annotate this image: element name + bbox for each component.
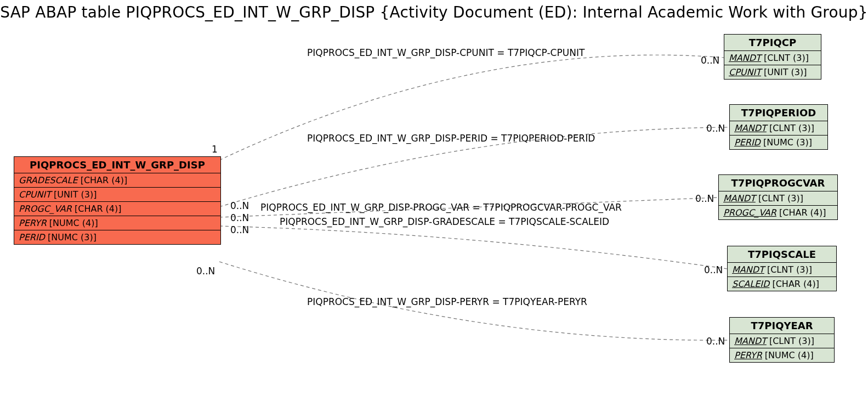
entity-source-field: PROGC_VAR [CHAR (4)]	[14, 202, 220, 216]
entity-field: SCALEID [CHAR (4)]	[728, 277, 836, 291]
entity-field: MANDT [CLNT (3)]	[728, 263, 836, 277]
entity-name: T7PIQPERIOD	[730, 105, 827, 121]
entity-name: T7PIQSCALE	[728, 246, 836, 263]
entity-name: T7PIQYEAR	[730, 318, 834, 334]
entity-field: MANDT [CLNT (3)]	[730, 334, 834, 348]
cardinality-source: 0..N	[230, 224, 249, 235]
cardinality-target: 0..N	[695, 193, 714, 204]
cardinality-target: 0..N	[704, 264, 723, 275]
entity-field: PROGC_VAR [CHAR (4)]	[719, 206, 837, 219]
entity-field: MANDT [CLNT (3)]	[719, 191, 837, 206]
entity-name: T7PIQCP	[724, 35, 821, 51]
entity-t7piqscale: T7PIQSCALE MANDT [CLNT (3)] SCALEID [CHA…	[727, 246, 837, 291]
entity-t7piqcp: T7PIQCP MANDT [CLNT (3)] CPUNIT [UNIT (3…	[724, 34, 821, 80]
cardinality-target: 0..N	[701, 55, 719, 66]
entity-field: MANDT [CLNT (3)]	[730, 121, 827, 136]
relation-label: PIQPROCS_ED_INT_W_GRP_DISP-PROGC_VAR = T…	[260, 202, 622, 213]
entity-field: PERID [NUMC (3)]	[730, 136, 827, 149]
relation-label: PIQPROCS_ED_INT_W_GRP_DISP-CPUNIT = T7PI…	[307, 47, 585, 58]
entity-source-field: PERYR [NUMC (4)]	[14, 216, 220, 230]
cardinality-source: 0..N	[230, 200, 249, 211]
entity-source-field: PERID [NUMC (3)]	[14, 230, 220, 244]
entity-source-field: CPUNIT [UNIT (3)]	[14, 188, 220, 202]
entity-source: PIQPROCS_ED_INT_W_GRP_DISP GRADESCALE [C…	[14, 156, 221, 245]
entity-field: CPUNIT [UNIT (3)]	[724, 65, 821, 79]
cardinality-source: 0..N	[230, 212, 249, 223]
cardinality-source: 0..N	[196, 266, 215, 276]
entity-t7piqyear: T7PIQYEAR MANDT [CLNT (3)] PERYR [NUMC (…	[729, 317, 835, 363]
relation-label: PIQPROCS_ED_INT_W_GRP_DISP-GRADESCALE = …	[280, 216, 609, 227]
cardinality-target: 0..N	[706, 336, 725, 347]
page-title: SAP ABAP table PIQPROCS_ED_INT_W_GRP_DIS…	[0, 3, 868, 21]
entity-source-field: GRADESCALE [CHAR (4)]	[14, 173, 220, 188]
entity-source-name: PIQPROCS_ED_INT_W_GRP_DISP	[14, 157, 220, 173]
cardinality-source: 1	[212, 144, 218, 155]
entity-name: T7PIQPROGCVAR	[719, 175, 837, 191]
relation-label: PIQPROCS_ED_INT_W_GRP_DISP-PERYR = T7PIQ…	[307, 296, 587, 307]
entity-t7piqperiod: T7PIQPERIOD MANDT [CLNT (3)] PERID [NUMC…	[729, 104, 828, 150]
relation-label: PIQPROCS_ED_INT_W_GRP_DISP-PERID = T7PIQ…	[307, 133, 595, 144]
entity-field: MANDT [CLNT (3)]	[724, 51, 821, 65]
entity-t7piqprogcvar: T7PIQPROGCVAR MANDT [CLNT (3)] PROGC_VAR…	[718, 174, 838, 220]
diagram-stage: SAP ABAP table PIQPROCS_ED_INT_W_GRP_DIS…	[0, 0, 868, 395]
cardinality-target: 0..N	[706, 123, 725, 134]
entity-field: PERYR [NUMC (4)]	[730, 348, 834, 362]
